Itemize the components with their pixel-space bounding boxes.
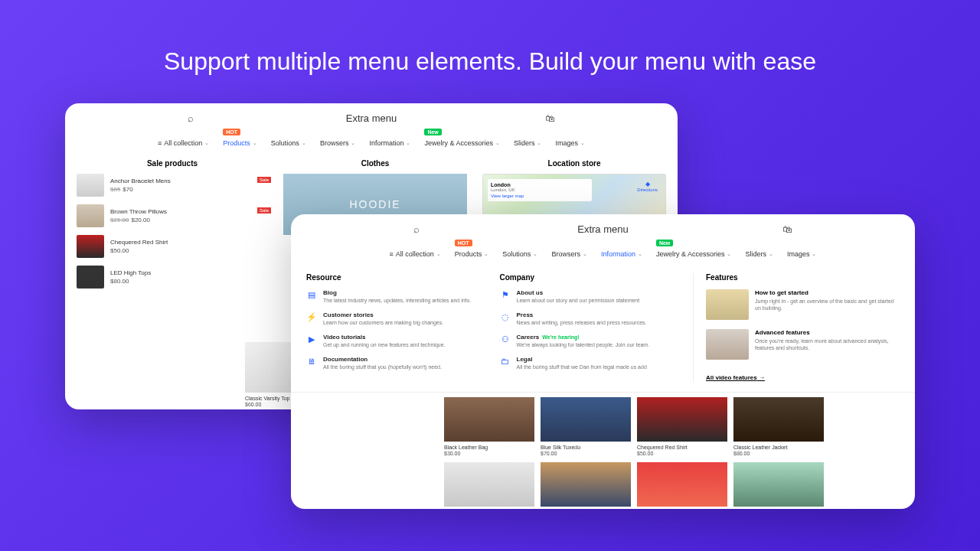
resource-blog[interactable]: ▤BlogThe latest industry news, updates, … [306, 289, 486, 304]
chevron-down-icon: ⌄ [812, 251, 816, 257]
product-image [444, 397, 534, 442]
company-about[interactable]: ⚑About usLearn about our story and our p… [500, 289, 680, 304]
features-heading: Features [706, 273, 900, 282]
search-icon[interactable]: ⌕ [188, 112, 194, 124]
resource-heading: Resource [306, 273, 486, 282]
chevron-down-icon: ⌄ [638, 251, 642, 257]
hot-badge: HOT [455, 240, 472, 246]
brand-title: Extra menu [346, 112, 397, 124]
hot-badge: HOT [223, 129, 240, 135]
sale-item[interactable]: Anchor Bracelet Mens$85$70 Sale [77, 174, 268, 197]
product-image [733, 462, 824, 507]
chevron-down-icon: ⌄ [253, 140, 257, 146]
product-card[interactable] [733, 462, 824, 507]
product-thumb [77, 266, 104, 289]
page-headline: Support multiple menu elements. Build yo… [0, 47, 980, 76]
product-card[interactable]: Black Leather Bag$30.00 [444, 397, 534, 456]
nav-browsers[interactable]: Browsers ⌄ [320, 139, 356, 147]
resource-video[interactable]: ▶Video tutorialsGet up and running on ne… [306, 334, 486, 348]
col-location-heading: Location store [482, 159, 666, 168]
nav-solutions[interactable]: Solutions ⌄ [271, 139, 306, 147]
mega-menu-information: Resource ▤BlogThe latest industry news, … [291, 264, 915, 393]
nav-solutions[interactable]: Solutions ⌄ [502, 250, 537, 258]
feature-get-started[interactable]: How to get startedJump right in - get an… [706, 289, 900, 320]
search-icon[interactable]: ⌕ [413, 223, 420, 235]
feature-advanced[interactable]: Advanced featuresOnce you're ready, lear… [706, 329, 900, 360]
new-badge: New [656, 240, 673, 246]
resource-stories[interactable]: ⚡Customer storiesLearn how our customers… [306, 311, 486, 326]
chevron-down-icon: ⌄ [436, 251, 441, 257]
product-image [637, 462, 727, 507]
nav-browsers[interactable]: Browsers ⌄ [551, 250, 587, 258]
chevron-down-icon: ⌄ [580, 140, 585, 146]
nav-products[interactable]: HOTProducts ⌄ [223, 139, 257, 147]
feature-thumb [706, 329, 749, 360]
nav-products[interactable]: HOTProducts ⌄ [455, 250, 489, 258]
nav-information[interactable]: Information ⌄ [601, 250, 642, 258]
file-icon: 🗎 [306, 356, 317, 367]
directions-button[interactable]: Directions [637, 181, 658, 192]
chevron-down-icon: ⌄ [769, 251, 773, 257]
sale-item[interactable]: LED High Tops$80.00 [77, 266, 268, 289]
company-legal[interactable]: 🗀LegalAll the boring stuff that we Dan f… [500, 356, 680, 370]
chevron-down-icon: ⌄ [302, 140, 306, 146]
nav-sliders[interactable]: Sliders ⌄ [745, 250, 773, 258]
map-title: London [491, 182, 589, 187]
nav-images[interactable]: Images ⌄ [555, 139, 585, 147]
product-card[interactable]: Classic Leather Jacket$80.00 [733, 397, 824, 456]
play-icon: ▶ [306, 334, 317, 344]
nav-all-collection[interactable]: ≡ All collection ⌄ [158, 139, 209, 147]
sale-tag: Sale [257, 207, 271, 214]
resource-docs[interactable]: 🗎DocumentationAll the boring stuff that … [306, 356, 486, 370]
product-thumb [77, 235, 104, 258]
hiring-badge: We're hearing! [542, 334, 579, 340]
brand-title: Extra menu [577, 223, 628, 235]
product-image [444, 462, 534, 507]
company-careers[interactable]: ⚇CareersWe're hearing!We're always looki… [500, 334, 680, 348]
nav-jewelry[interactable]: NewJewelry & Accessories ⌄ [656, 250, 732, 258]
cart-icon[interactable]: 🛍 [782, 223, 792, 235]
nav-sliders[interactable]: Sliders ⌄ [514, 139, 542, 147]
product-image [541, 397, 631, 442]
chat-icon: ◌ [500, 311, 511, 322]
product-card[interactable] [637, 462, 727, 507]
chevron-down-icon: ⌄ [484, 251, 488, 257]
sale-item[interactable]: Chequered Red Shirt$50.00 [77, 235, 268, 258]
product-card[interactable]: Blue Silk Tuxedo$70.00 [541, 397, 631, 456]
sale-item[interactable]: Brown Throw Pillows$26.00$20.00 Sale [77, 204, 268, 227]
product-card[interactable] [444, 462, 534, 507]
product-thumb [77, 174, 104, 197]
product-image [541, 462, 631, 507]
nav-all-collection[interactable]: ≡ All collection ⌄ [390, 250, 441, 258]
col-clothes-heading: Clothes [283, 159, 467, 168]
nav-information[interactable]: Information ⌄ [369, 139, 410, 147]
all-video-link[interactable]: All video features [706, 374, 765, 381]
company-press[interactable]: ◌PressNews and writing, press releases a… [500, 311, 680, 326]
nav-jewelry[interactable]: NewJewelry & Accessories ⌄ [424, 139, 500, 147]
chevron-down-icon: ⌄ [537, 140, 541, 146]
chevron-down-icon: ⌄ [406, 140, 410, 146]
chevron-down-icon: ⌄ [727, 251, 731, 257]
col-sale-heading: Sale products [77, 159, 268, 168]
product-card[interactable] [541, 462, 631, 507]
company-heading: Company [500, 273, 680, 282]
chevron-down-icon: ⌄ [583, 251, 587, 257]
map-subtitle: London, UK [491, 187, 589, 192]
product-image [733, 397, 824, 442]
people-icon: ⚇ [500, 334, 511, 344]
nav-images[interactable]: Images ⌄ [787, 250, 817, 258]
map-larger-link[interactable]: View larger map [491, 194, 589, 198]
document-icon: ▤ [306, 289, 317, 300]
new-badge: New [424, 129, 441, 135]
flag-icon: ⚑ [500, 289, 511, 300]
demo-window-information: ⌕ Extra menu 🛍 ≡ All collection ⌄ HOTPro… [291, 214, 915, 509]
folder-icon: 🗀 [500, 356, 511, 367]
product-image [637, 397, 727, 442]
product-thumb [77, 204, 104, 227]
feature-thumb [706, 289, 749, 320]
chevron-down-icon: ⌄ [351, 140, 355, 146]
lightning-icon: ⚡ [306, 311, 317, 322]
product-card[interactable]: Chequered Red Shirt$50.00 [637, 397, 727, 456]
cart-icon[interactable]: 🛍 [545, 112, 555, 124]
chevron-down-icon: ⌄ [533, 251, 537, 257]
